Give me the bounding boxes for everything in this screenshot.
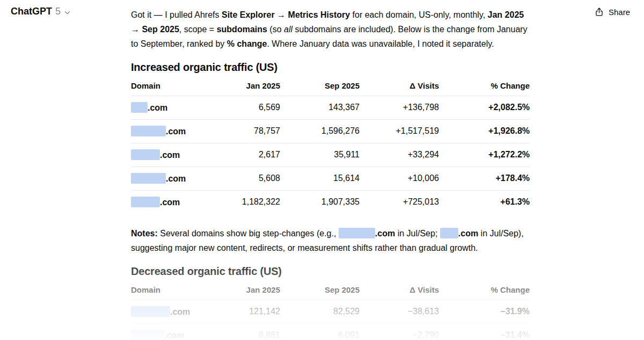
cell-domain: .com	[131, 143, 201, 167]
cell-delta-visits: −38,613	[360, 300, 439, 324]
domain-suffix: .com	[160, 198, 180, 207]
table-row: .com6,569143,367+136,798+2,082.5%	[131, 96, 530, 120]
cell-pct-change: −31.4%	[439, 324, 530, 340]
assistant-message: Got it — I pulled Ahrefs Site Explorer →…	[131, 8, 530, 340]
notes-label: Notes:	[131, 229, 158, 238]
redacted-domain	[131, 173, 166, 184]
column-header-domain: Domain	[131, 284, 201, 300]
redacted-domain	[131, 126, 166, 136]
domain-suffix: .com	[148, 103, 167, 112]
column-header-sep-2025: Sep 2025	[280, 80, 360, 96]
chevron-down-icon	[64, 9, 71, 16]
intro-paragraph: Got it — I pulled Ahrefs Site Explorer →…	[131, 8, 530, 51]
redacted-domain	[339, 228, 375, 238]
section-title-decreased: Decreased organic traffic (US)	[131, 265, 530, 278]
cell-pct-change: +178.4%	[439, 167, 530, 191]
column-header-jan-2025: Jan 2025	[201, 284, 280, 300]
domain-suffix: .com	[375, 229, 395, 238]
cell-jan-2025: 8,881	[201, 324, 280, 340]
cell-jan-2025: 1,182,322	[201, 191, 280, 214]
cell-domain: .com	[131, 191, 201, 214]
cell-pct-change: +61.3%	[439, 191, 530, 214]
cell-sep-2025: 1,596,276	[280, 120, 360, 143]
cell-domain: .com	[131, 96, 201, 120]
table-header-row: DomainJan 2025Sep 2025Δ Visits% Change	[131, 80, 530, 96]
notes-paragraph: Notes: Several domains show big step-cha…	[131, 226, 530, 255]
domain-suffix: .com	[166, 174, 186, 183]
cell-delta-visits: +33,294	[360, 143, 439, 167]
table-row: .com2,61735,911+33,294+1,272.2%	[131, 143, 530, 167]
share-button[interactable]: Share	[593, 5, 631, 19]
redacted-domain	[131, 102, 148, 113]
text-segment: in Jul/Sep;	[395, 229, 440, 238]
redacted-domain	[131, 149, 160, 160]
table-row: .com5,60815,614+10,006+178.4%	[131, 167, 530, 191]
app-name: ChatGPT	[11, 6, 52, 17]
increased-traffic-table: DomainJan 2025Sep 2025Δ Visits% Change .…	[131, 80, 530, 214]
redacted-domain	[440, 228, 458, 238]
text-segment-bold: subdomains	[217, 25, 267, 34]
column-header--change: % Change	[439, 80, 530, 96]
column-header-jan-2025: Jan 2025	[201, 80, 280, 96]
model-switcher[interactable]: ChatGPT5	[9, 5, 73, 18]
cell-sep-2025: 6,091	[280, 324, 360, 340]
redacted-domain	[131, 330, 164, 340]
cell-delta-visits: +136,798	[360, 96, 439, 120]
cell-pct-change: +1,926.8%	[439, 120, 530, 143]
cell-domain: .com	[131, 324, 201, 340]
domain-suffix: .com	[458, 229, 478, 238]
cell-pct-change: +2,082.5%	[439, 96, 530, 120]
text-segment-italic: all	[284, 25, 292, 34]
text-segment: (so	[267, 25, 284, 34]
cell-jan-2025: 6,569	[201, 96, 280, 120]
text-segment: . Where January data was unavailable, I …	[267, 39, 494, 48]
cell-jan-2025: 5,608	[201, 167, 280, 191]
cell-delta-visits: +10,006	[360, 167, 439, 191]
domain-suffix: .com	[160, 150, 180, 160]
text-segment-bold: Site Explorer → Metrics History	[222, 10, 350, 19]
redacted-domain	[131, 306, 170, 317]
column-header--visits: Δ Visits	[360, 80, 439, 96]
cell-pct-change: −31.9%	[439, 300, 530, 324]
cell-delta-visits: +725,013	[360, 191, 439, 214]
cell-domain: .com	[131, 167, 201, 191]
cell-pct-change: +1,272.2%	[439, 143, 530, 167]
table-header-row: DomainJan 2025Sep 2025Δ Visits% Change	[131, 284, 530, 300]
text-segment-bold: % change	[227, 39, 267, 48]
cell-sep-2025: 35,911	[280, 143, 360, 167]
text-segment: Got it — I pulled Ahrefs	[131, 10, 222, 19]
cell-sep-2025: 15,614	[280, 167, 360, 191]
cell-jan-2025: 2,617	[201, 143, 280, 167]
table-row: .com1,182,3221,907,335+725,013+61.3%	[131, 191, 530, 214]
table-row: .com78,7571,596,276+1,517,519+1,926.8%	[131, 120, 530, 143]
column-header-domain: Domain	[131, 80, 201, 96]
cell-delta-visits: +1,517,519	[360, 120, 439, 143]
domain-suffix: .com	[164, 331, 184, 340]
cell-jan-2025: 78,757	[201, 120, 280, 143]
column-header--visits: Δ Visits	[360, 284, 439, 300]
column-header--change: % Change	[439, 284, 530, 300]
cell-sep-2025: 1,907,335	[280, 191, 360, 214]
table-row: .com121,14282,529−38,613−31.9%	[131, 300, 530, 324]
cell-sep-2025: 82,529	[280, 300, 360, 324]
domain-suffix: .com	[170, 307, 190, 316]
section-title-increased: Increased organic traffic (US)	[131, 61, 530, 74]
table-row: .com8,8816,091−2,790−31.4%	[131, 324, 530, 340]
cell-jan-2025: 121,142	[201, 300, 280, 324]
text-segment: Several domains show big step-changes (e…	[158, 229, 339, 238]
cell-sep-2025: 143,367	[280, 96, 360, 120]
model-version: 5	[55, 6, 61, 17]
cell-domain: .com	[131, 300, 201, 324]
decreased-traffic-table: DomainJan 2025Sep 2025Δ Visits% Change .…	[131, 284, 530, 340]
domain-suffix: .com	[166, 127, 186, 136]
cell-delta-visits: −2,790	[360, 324, 439, 340]
text-segment: , scope =	[179, 25, 217, 34]
column-header-sep-2025: Sep 2025	[280, 284, 360, 300]
redacted-domain	[131, 197, 160, 207]
cell-domain: .com	[131, 120, 201, 143]
share-label: Share	[609, 8, 630, 17]
text-segment: for each domain, US-only, monthly,	[350, 10, 487, 19]
share-icon	[594, 7, 604, 17]
